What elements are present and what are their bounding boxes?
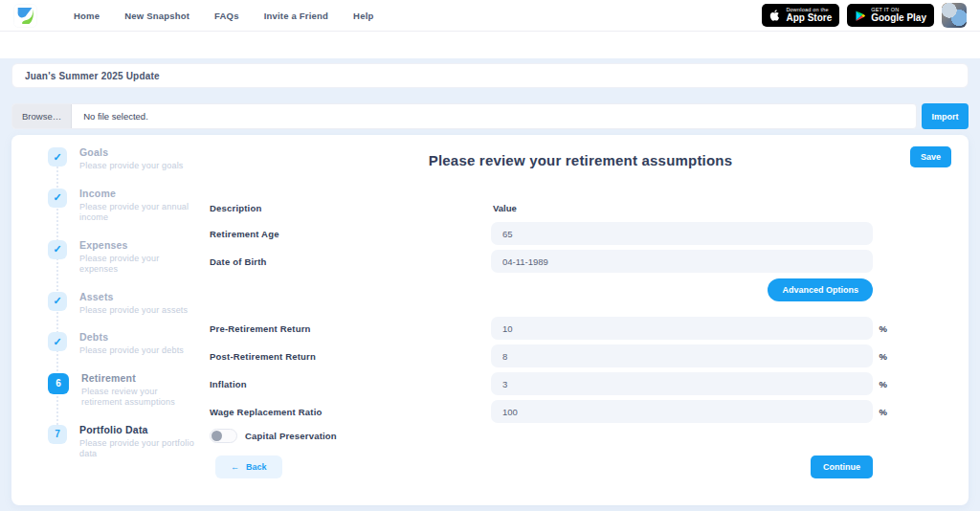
step-retirement[interactable]: 6 Retirement Please review your retireme… [48,372,199,409]
step-retirement-number-badge[interactable]: 6 [48,373,69,394]
toggle-knob-icon [212,431,222,441]
step-portfolio-data[interactable]: 7 Portfolio Data Please provide your por… [48,424,199,460]
app-store-badge[interactable]: Download on the App Store [762,4,839,27]
step-subtitle: Please provide your debts [79,345,194,357]
continue-button[interactable]: Continue [811,455,873,478]
snapshot-title-input[interactable] [12,64,968,87]
step-title: Retirement [81,372,196,385]
save-button[interactable]: Save [910,146,951,167]
inflation-input[interactable] [491,372,873,395]
percent-suffix: % [873,323,887,334]
file-status-text: No file selected. [72,111,160,122]
step-goals-check-badge[interactable]: ✓ [48,147,67,167]
capital-preservation-label: Capital Preservation [245,431,337,441]
step-expenses[interactable]: ✓ Expenses Please provide your expenses [48,239,199,276]
field-label: Retirement Age [210,229,491,239]
step-debts-check-badge[interactable]: ✓ [48,332,67,351]
step-subtitle: Please review your retirement assumption… [81,387,196,409]
row-pre-retirement-return: Pre-Retirement Return % [210,317,887,340]
step-portfolio-number-badge[interactable]: 7 [48,425,67,444]
column-header-description: Description [210,203,491,213]
capital-preservation-toggle[interactable] [210,429,237,443]
header-spacer [0,32,980,58]
step-goals[interactable]: ✓ Goals Please provide your goals [48,146,199,172]
field-label: Date of Birth [210,256,491,267]
percent-suffix: % [873,379,887,389]
row-post-retirement-return: Post-Retirement Return % [210,344,887,367]
file-input[interactable]: Browse… No file selected. [11,103,917,129]
step-title: Debts [79,331,194,344]
percent-suffix: % [873,407,887,417]
step-assets[interactable]: ✓ Assets Please provide your assets [48,291,199,317]
row-retirement-age: Retirement Age [210,222,887,245]
top-navbar: Home New Snapshot FAQs Invite a Friend H… [0,0,980,32]
google-play-badge[interactable]: GET IT ON Google Play [847,4,934,27]
back-button[interactable]: ← Back [215,455,282,478]
check-icon: ✓ [53,295,61,307]
row-wage-replacement-ratio: Wage Replacement Ratio % [210,400,887,423]
page-title: Please review your retirement assumption… [210,152,951,168]
step-title: Expenses [79,239,194,252]
nav-invite-a-friend[interactable]: Invite a Friend [264,11,328,21]
nav-new-snapshot[interactable]: New Snapshot [124,11,189,21]
retirement-age-input[interactable] [491,222,873,245]
date-of-birth-input[interactable] [491,250,873,273]
step-title: Income [79,188,194,200]
step-sidebar: ✓ Goals Please provide your goals ✓ Inco… [11,135,199,505]
main-card: ✓ Goals Please provide your goals ✓ Inco… [11,135,969,505]
step-expenses-check-badge[interactable]: ✓ [48,240,67,259]
upload-row: Browse… No file selected. Import [11,103,969,129]
advanced-options-row: Advanced Options [210,278,873,301]
import-button[interactable]: Import [922,103,969,129]
app-store-badge-label: App Store [786,13,832,24]
back-arrow-icon: ← [231,462,239,472]
field-label: Inflation [210,379,491,389]
column-header-value: Value [491,203,887,213]
pre-retirement-return-input[interactable] [491,317,873,340]
step-assets-check-badge[interactable]: ✓ [48,292,67,311]
apple-icon [769,9,781,22]
check-icon: ✓ [53,191,61,204]
field-label: Pre-Retirement Return [210,323,491,334]
advanced-options-button[interactable]: Advanced Options [768,278,873,301]
step-subtitle: Please provide your expenses [79,254,194,276]
snapshot-title-card [11,63,969,88]
field-label: Wage Replacement Ratio [210,407,491,417]
wage-replacement-ratio-input[interactable] [491,400,873,423]
step-subtitle: Please provide your portfolio data [79,438,194,460]
field-label: Post-Retirement Return [210,351,491,362]
browse-button[interactable]: Browse… [12,104,72,128]
form-footer: ← Back Continue [210,455,951,478]
percent-suffix: % [873,351,887,362]
topbar-right: Download on the App Store GET IT ON Goog… [762,3,967,28]
step-title: Portfolio Data [79,424,194,436]
nav-help[interactable]: Help [353,11,373,21]
app-logo-icon[interactable] [13,4,37,28]
avatar[interactable] [942,3,967,28]
step-subtitle: Please provide your annual income [79,202,194,224]
step-subtitle: Please provide your goals [79,161,194,172]
check-icon: ✓ [53,151,61,164]
nav-faqs[interactable]: FAQs [214,11,239,21]
google-play-badge-label: Google Play [871,13,926,24]
retirement-assumptions-panel: Save Please review your retirement assum… [199,135,969,505]
google-play-icon [855,10,866,22]
capital-preservation-row: Capital Preservation [210,429,887,443]
check-icon: ✓ [53,243,61,256]
step-title: Assets [79,291,194,303]
table-header-row: Description Value [210,201,887,214]
post-retirement-return-input[interactable] [491,344,873,367]
step-debts[interactable]: ✓ Debts Please provide your debts [48,331,199,357]
main-nav: Home New Snapshot FAQs Invite a Friend H… [74,11,762,21]
row-inflation: Inflation % [210,372,887,395]
back-button-label: Back [246,462,267,472]
nav-home[interactable]: Home [74,11,100,21]
step-income[interactable]: ✓ Income Please provide your annual inco… [48,188,199,224]
step-subtitle: Please provide your assets [79,305,194,317]
step-income-check-badge[interactable]: ✓ [48,189,67,208]
row-date-of-birth: Date of Birth [210,250,887,273]
check-icon: ✓ [53,336,61,348]
step-title: Goals [79,146,194,159]
assumptions-form: Description Value Retirement Age Date of… [210,201,951,443]
